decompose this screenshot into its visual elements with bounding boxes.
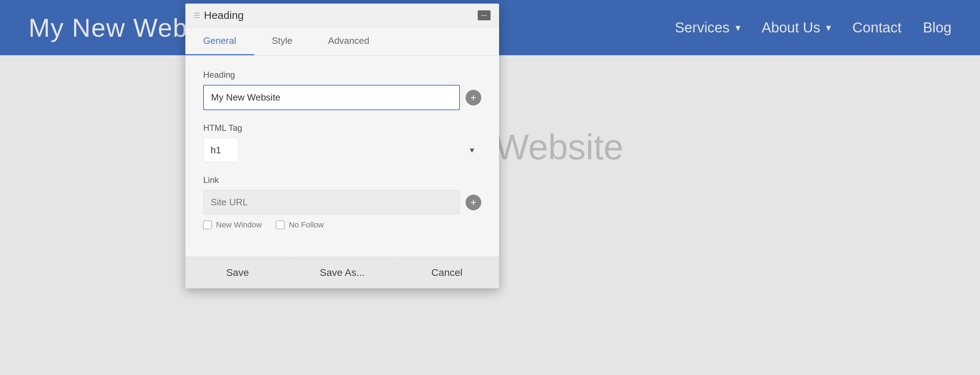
save-button[interactable]: Save xyxy=(185,257,290,288)
dialog-footer: Save Save As... Cancel xyxy=(185,257,499,288)
plus-icon: + xyxy=(471,92,476,103)
tab-style[interactable]: Style xyxy=(254,27,310,55)
html-tag-label: HTML Tag xyxy=(203,123,481,133)
link-input-row: + xyxy=(203,190,481,215)
no-follow-label: No Follow xyxy=(289,220,324,230)
minimize-icon: — xyxy=(481,12,487,19)
html-tag-input-row: h1 h2 h3 h4 h5 h6 div span p xyxy=(203,138,481,162)
heading-field-group: Heading + xyxy=(203,70,481,110)
dialog-titlebar: Heading — xyxy=(185,3,499,27)
heading-input[interactable] xyxy=(203,85,460,110)
html-tag-field-group: HTML Tag h1 h2 h3 h4 h5 h6 div span p xyxy=(203,123,481,162)
dialog-body: Heading + HTML Tag h1 h2 h3 h4 h5 xyxy=(185,56,499,257)
save-as-button[interactable]: Save As... xyxy=(290,257,395,288)
heading-add-button[interactable]: + xyxy=(466,90,481,105)
new-window-checkbox-label[interactable]: New Window xyxy=(203,220,262,230)
grip-line-1 xyxy=(194,13,200,14)
heading-dialog: Heading — General Style Advanced Heading… xyxy=(185,3,499,288)
cancel-button[interactable]: Cancel xyxy=(395,257,499,288)
no-follow-checkbox[interactable] xyxy=(276,221,285,229)
heading-input-row: + xyxy=(203,85,481,110)
new-window-checkbox[interactable] xyxy=(203,221,212,229)
dialog-close-button[interactable]: — xyxy=(478,10,490,20)
dialog-title: Heading xyxy=(204,9,244,21)
link-options-row: New Window No Follow xyxy=(203,220,481,230)
dialog-tabs: General Style Advanced xyxy=(185,27,499,56)
html-tag-select[interactable]: h1 h2 h3 h4 h5 h6 div span p xyxy=(203,138,239,162)
html-tag-select-wrapper: h1 h2 h3 h4 h5 h6 div span p xyxy=(203,138,481,162)
drag-handle[interactable] xyxy=(194,13,200,18)
heading-field-label: Heading xyxy=(203,70,481,80)
plus-icon: + xyxy=(471,197,476,208)
grip-line-3 xyxy=(194,17,200,18)
tab-general[interactable]: General xyxy=(185,27,254,55)
no-follow-checkbox-label[interactable]: No Follow xyxy=(276,220,324,230)
dialog-title-row: Heading xyxy=(194,9,478,21)
tab-advanced[interactable]: Advanced xyxy=(310,27,387,55)
link-field-group: Link + New Window No Follow xyxy=(203,175,481,230)
new-window-label: New Window xyxy=(216,220,262,230)
link-url-input[interactable] xyxy=(203,190,460,215)
link-add-button[interactable]: + xyxy=(466,195,481,210)
link-label: Link xyxy=(203,175,481,185)
grip-line-2 xyxy=(194,15,200,16)
